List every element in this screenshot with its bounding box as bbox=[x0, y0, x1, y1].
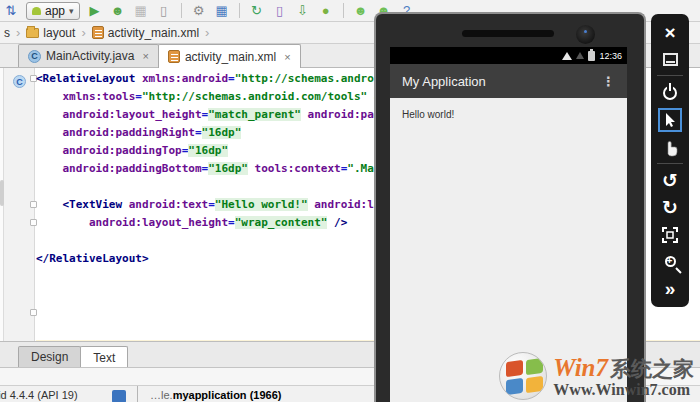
tab-text[interactable]: Text bbox=[80, 346, 128, 368]
project-structure-icon[interactable]: ▦ bbox=[214, 4, 230, 17]
code-token: = bbox=[135, 90, 142, 103]
code-token bbox=[367, 90, 374, 103]
run-config-select[interactable]: app▾ bbox=[26, 2, 80, 20]
emulator-toolbar: ×↺↻» bbox=[651, 14, 689, 307]
code-token bbox=[36, 108, 63, 121]
code-token: android:paddingRight bbox=[63, 126, 195, 139]
code-token: "wrap_content" bbox=[235, 216, 328, 229]
code-token: android:layout_height bbox=[63, 108, 202, 121]
breadcrumb-item[interactable]: s bbox=[2, 26, 12, 40]
tab-close-icon[interactable]: × bbox=[142, 50, 148, 62]
android-monitor-icon[interactable]: ● bbox=[318, 4, 334, 17]
overflow-menu-icon[interactable]: ⋮ bbox=[602, 74, 615, 89]
android-head-icon bbox=[32, 7, 41, 15]
tab-text-label: Text bbox=[93, 351, 115, 365]
code-token: "match_parent" bbox=[208, 108, 301, 121]
tab-MainActivity-java[interactable]: CMainActivity.java× bbox=[18, 44, 159, 67]
emulator-window[interactable]: 12:36 My Application ⋮ Hello world! bbox=[374, 12, 646, 402]
code-token: "16dp" bbox=[208, 162, 248, 175]
watermark-brand: Win7 bbox=[553, 355, 608, 380]
code-token: </RelativeLayout> bbox=[36, 252, 149, 265]
toolbar-separator bbox=[657, 75, 683, 76]
toolbar-separator bbox=[657, 163, 683, 164]
chevron-right-icon: › bbox=[12, 25, 24, 40]
run-icon[interactable]: ▶ bbox=[87, 4, 103, 17]
minimize-button[interactable] bbox=[655, 48, 685, 70]
sync-order-icon[interactable]: ⇅ bbox=[3, 4, 19, 17]
phone-screen[interactable]: 12:36 My Application ⋮ Hello world! bbox=[390, 47, 627, 402]
close-button[interactable]: × bbox=[655, 21, 685, 43]
breadcrumb-label: activity_main.xml bbox=[108, 26, 199, 40]
code-token bbox=[36, 144, 63, 157]
wifi-icon bbox=[562, 52, 572, 60]
tab-design-label: Design bbox=[31, 350, 68, 364]
watermark-url: Www.Winwin7.com bbox=[553, 382, 694, 398]
code-token: android:paddingTop bbox=[63, 144, 182, 157]
code-token: = bbox=[228, 216, 235, 229]
code-token: /> bbox=[327, 216, 347, 229]
goto-class-gutter-icon[interactable]: C bbox=[13, 75, 26, 88]
gradle-sync-icon[interactable]: ↻ bbox=[249, 4, 265, 17]
chevron-right-icon: › bbox=[201, 25, 213, 40]
battery-icon bbox=[588, 51, 595, 61]
signal-icon bbox=[576, 52, 584, 59]
code-token: <TextView bbox=[63, 198, 129, 211]
breadcrumb-label: layout bbox=[43, 26, 75, 40]
zoom-in-icon bbox=[665, 256, 676, 267]
windows-logo-icon bbox=[499, 352, 547, 400]
code-token: = bbox=[228, 72, 235, 85]
code-token: = bbox=[208, 198, 215, 211]
coverage-icon[interactable]: ▦ bbox=[133, 4, 149, 17]
dropdown-arrow-icon: ▾ bbox=[69, 6, 74, 16]
debug-icon[interactable]: ☻ bbox=[110, 4, 126, 17]
touch-hand-cursor[interactable] bbox=[655, 136, 685, 158]
android-studio-window: ⇅app▾▶☻▦▯⚙▦↻▯⇩●☻☻? s›layout›activity_mai… bbox=[0, 0, 700, 402]
rotate-left-button[interactable]: ↺ bbox=[655, 169, 685, 191]
code-token bbox=[36, 216, 89, 229]
watermark-brand-cn: 系统之家 bbox=[610, 358, 694, 379]
rotate-right-button[interactable]: ↻ bbox=[655, 196, 685, 218]
attach-debugger-icon[interactable]: ▯ bbox=[156, 4, 172, 17]
tab-label: activity_main.xml bbox=[185, 50, 276, 64]
code-token bbox=[36, 90, 63, 103]
code-token: xmlns:android bbox=[142, 72, 228, 85]
power-icon bbox=[663, 86, 677, 100]
pointer-arrow-icon bbox=[658, 108, 682, 132]
more-button[interactable]: » bbox=[655, 278, 685, 300]
watermark: Win7 系统之家 Www.Winwin7.com bbox=[499, 352, 694, 400]
process-name: myapplication (1966) bbox=[173, 389, 282, 401]
divider bbox=[137, 386, 138, 402]
hello-world-text: Hello world! bbox=[402, 109, 454, 120]
tab-activity_main-xml[interactable]: activity_main.xml× bbox=[158, 44, 301, 68]
zoom-button[interactable] bbox=[655, 251, 685, 273]
avd-manager-icon[interactable]: ▯ bbox=[272, 4, 288, 17]
process-prefix: …le. bbox=[150, 389, 173, 401]
code-token: tools:context bbox=[255, 162, 341, 175]
screenshot-button[interactable] bbox=[655, 224, 685, 246]
code-token bbox=[301, 108, 308, 121]
code-token bbox=[248, 162, 255, 175]
toolbar-separator bbox=[239, 3, 240, 18]
xml-file-icon bbox=[168, 50, 180, 63]
tab-label: MainActivity.java bbox=[46, 49, 134, 63]
sdk-manager-icon[interactable]: ⇩ bbox=[295, 4, 311, 17]
bug-report-icon[interactable]: ☻ bbox=[353, 4, 369, 17]
settings-wrench-icon[interactable]: ⚙ bbox=[191, 4, 207, 17]
fold-marker[interactable] bbox=[30, 309, 37, 316]
run-device-label[interactable]: android 4.4.4 (API 19) bbox=[0, 389, 78, 401]
chevron-right-icon: › bbox=[77, 25, 89, 40]
phone-speaker bbox=[462, 30, 554, 37]
power-button[interactable] bbox=[655, 82, 685, 104]
code-token: android:paddingBottom bbox=[63, 162, 202, 175]
tab-design[interactable]: Design bbox=[18, 346, 81, 367]
android-status-bar: 12:36 bbox=[390, 47, 627, 64]
app-bar: My Application ⋮ bbox=[390, 64, 627, 98]
code-token: <RelativeLayout bbox=[36, 72, 142, 85]
breadcrumb-item[interactable]: activity_main.xml bbox=[90, 26, 201, 40]
code-token: "16dp" bbox=[202, 126, 242, 139]
code-token: xmlns:tools bbox=[63, 90, 136, 103]
pointer-mode-button[interactable] bbox=[655, 109, 685, 131]
breadcrumb-item[interactable]: layout bbox=[24, 26, 77, 40]
device-icon bbox=[112, 390, 126, 402]
tab-close-icon[interactable]: × bbox=[284, 51, 290, 63]
